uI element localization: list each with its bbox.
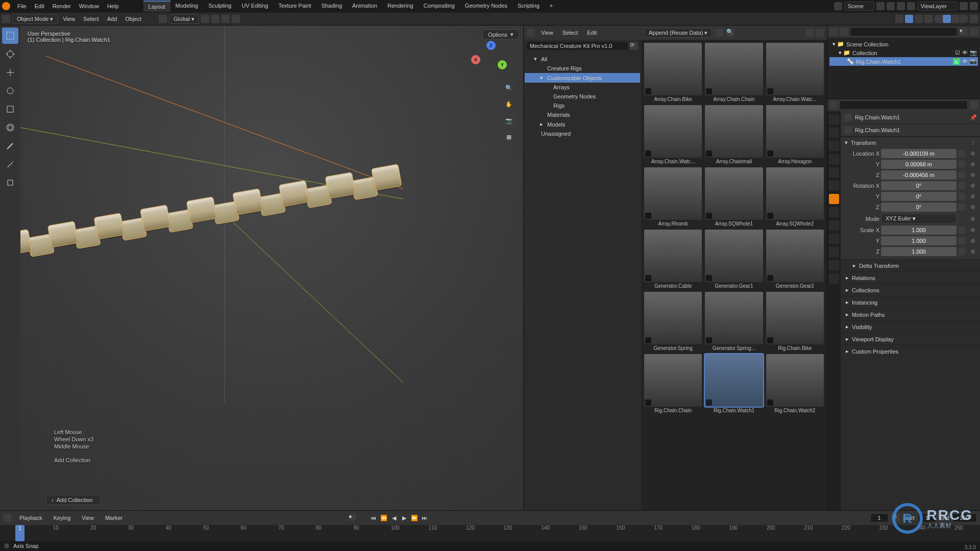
asset-thumb[interactable] [705, 292, 763, 344]
lock-icon[interactable] [958, 248, 965, 255]
asset-hdr-view[interactable]: View [538, 29, 556, 37]
motion-paths-section[interactable]: ▸ Motion Paths [841, 308, 980, 320]
location-z-field[interactable]: -0.000456 m [881, 170, 957, 180]
asset-search-icon[interactable]: 🔍 [726, 29, 734, 37]
asset-thumb[interactable] [705, 105, 763, 158]
anim-dot-icon[interactable] [971, 152, 975, 156]
asset-thumb[interactable] [644, 292, 702, 344]
proportional-falloff-icon[interactable] [232, 15, 240, 23]
tree-geometry-nodes[interactable]: Geometry Nodes [525, 92, 640, 101]
current-frame-field[interactable]: 1 [870, 513, 889, 522]
menu-edit[interactable]: Edit [31, 3, 48, 9]
tool-rotate[interactable] [2, 83, 18, 99]
render-icon[interactable]: 📷 [970, 58, 977, 65]
asset-item[interactable]: Array.Rhomb [644, 167, 702, 227]
viewport-3d[interactable]: Options ▾ User Perspective (1) Collectio… [20, 26, 523, 510]
lock-icon[interactable] [958, 204, 965, 211]
rotation-y-field[interactable]: 0° [881, 192, 957, 201]
viewlayer-name-field[interactable]: ViewLayer [917, 2, 958, 11]
tab-animation[interactable]: Animation [347, 1, 382, 12]
ptab-modifiers[interactable] [829, 207, 839, 217]
anim-dot-icon[interactable] [971, 184, 975, 188]
asset-thumb[interactable] [644, 354, 702, 407]
ptab-particles[interactable] [829, 220, 839, 231]
asset-item[interactable]: Rig.Chain.Watch1 [705, 354, 763, 413]
tree-unassigned[interactable]: Unassigned [525, 129, 640, 138]
asset-thumb[interactable] [705, 230, 763, 282]
tab-geometry-nodes[interactable]: Geometry Nodes [460, 1, 512, 12]
mode-dropdown[interactable]: Object Mode ▾ [12, 14, 58, 24]
tl-marker[interactable]: Marker [102, 514, 126, 522]
viewlayer-new-icon[interactable] [960, 2, 968, 10]
scene-delete-icon[interactable] [897, 2, 905, 10]
asset-hdr-select[interactable]: Select [559, 29, 581, 37]
asset-item[interactable]: Array.SQWhole2 [766, 167, 824, 227]
ptab-object[interactable] [829, 194, 839, 204]
asset-thumb[interactable] [766, 354, 824, 407]
location-x-field[interactable]: -0.000109 m [881, 149, 957, 158]
snap-icon[interactable] [211, 15, 219, 23]
lock-icon[interactable] [958, 182, 965, 189]
asset-item[interactable]: Rig.Chain.Bike [766, 292, 824, 351]
ptab-physics[interactable] [829, 234, 839, 244]
asset-thumb[interactable] [766, 167, 824, 220]
tab-shading[interactable]: Shading [316, 1, 347, 12]
ptab-collection[interactable] [829, 181, 839, 191]
outliner-item-rig-chain-watch1[interactable]: 🦴 Rig.Chain.Watch1 🕺👁📷 [829, 57, 978, 66]
add-workspace-button[interactable]: + [545, 1, 558, 12]
custom-properties-section[interactable]: ▸ Custom Properties [841, 345, 980, 357]
asset-filter-icon[interactable] [805, 29, 814, 37]
viewport-display-section[interactable]: ▸ Viewport Display [841, 333, 980, 345]
properties-search-input[interactable] [840, 101, 968, 110]
tree-creature-rigs[interactable]: Creature Rigs [525, 64, 640, 73]
tl-view[interactable]: View [79, 514, 97, 522]
tab-scripting[interactable]: Scripting [512, 1, 545, 12]
asset-thumb[interactable] [705, 43, 763, 95]
checkbox-icon[interactable]: ☑ [955, 49, 960, 56]
lock-icon[interactable] [958, 237, 965, 244]
tree-models[interactable]: ▸Models [525, 119, 640, 129]
delta-transform-section[interactable]: ▸ Delta Transform [841, 259, 980, 271]
outliner-scene-collection[interactable]: ▾ 📁 Scene Collection [829, 40, 978, 48]
anim-dot-icon[interactable] [971, 194, 975, 198]
scale-y-field[interactable]: 1.000 [881, 236, 957, 245]
lock-icon[interactable] [958, 193, 965, 200]
asset-library-dropdown[interactable]: Mechanical Creature Kit Pro v1.0 [527, 42, 628, 50]
keyframe-prev-icon[interactable]: ⏪ [379, 513, 388, 522]
redo-panel-button[interactable]: › Add Collection [46, 495, 101, 505]
tool-select-box[interactable] [2, 28, 18, 44]
asset-thumb[interactable] [766, 43, 824, 95]
asset-thumb[interactable] [766, 105, 824, 158]
overlay-icon[interactable] [915, 15, 923, 23]
anim-dot-icon[interactable] [971, 239, 975, 243]
tree-materials[interactable]: Materials [525, 110, 640, 119]
tab-texture-paint[interactable]: Texture Paint [273, 1, 316, 12]
asset-item[interactable]: Rig.Chain.Chain [644, 354, 702, 413]
asset-thumb[interactable] [644, 105, 702, 158]
anim-dot-icon[interactable] [971, 228, 975, 232]
shading-rendered-icon[interactable] [960, 15, 968, 23]
asset-item[interactable]: Array.Chain.Chain [705, 43, 763, 102]
tree-arrays[interactable]: Arrays [525, 83, 640, 92]
visibility-section[interactable]: ▸ Visibility [841, 320, 980, 333]
asset-item[interactable]: Array.Chain.Watc... [644, 105, 702, 164]
asset-import-dropdown[interactable]: Append (Reuse Data) ▾ [644, 28, 712, 38]
asset-item[interactable]: Array.Chainmail [705, 105, 763, 164]
asset-item[interactable]: Array.Chain.Bike [644, 43, 702, 102]
eye-icon[interactable]: 👁 [962, 49, 968, 56]
jump-end-icon[interactable]: ⏭ [420, 513, 429, 522]
asset-item[interactable]: Array.SQWhole1 [705, 167, 763, 227]
viewlayer-delete-icon[interactable] [970, 2, 978, 10]
ptab-render[interactable] [829, 114, 839, 124]
hdr-add[interactable]: Add [104, 15, 120, 23]
lock-icon[interactable] [958, 227, 965, 234]
asset-refresh-icon[interactable]: ⟳ [630, 42, 638, 50]
asset-item[interactable]: Array.Hexagon [766, 105, 824, 164]
outliner-mode-icon[interactable] [840, 28, 848, 36]
tool-annotate[interactable] [2, 138, 18, 154]
xray-icon[interactable] [924, 15, 933, 23]
scene-pin-icon[interactable] [876, 2, 885, 10]
asset-display-icon[interactable] [715, 29, 723, 37]
asset-editor-icon[interactable] [527, 29, 535, 37]
tab-uv-editing[interactable]: UV Editing [236, 1, 273, 12]
